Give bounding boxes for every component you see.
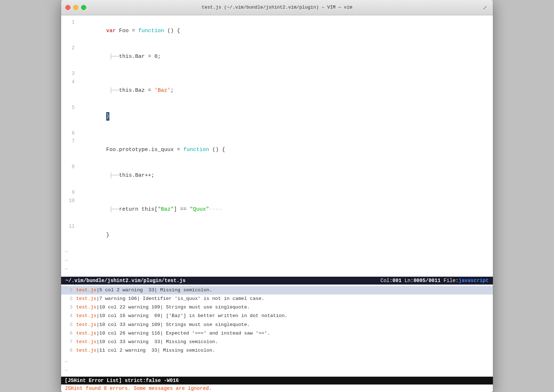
line-content-10: ├──return this["Baz"] == "Quux"····: [80, 197, 222, 222]
err-num-1: 1: [65, 286, 73, 294]
err-num-4: 4: [65, 312, 73, 320]
line-content-8: ├──this.Bar++;: [80, 163, 154, 189]
error-row-5[interactable]: 5 test.js|10 col 33 warning 109| Strings…: [61, 321, 493, 329]
line-content-7: Foo.prototype.is_quux = function () {: [80, 137, 225, 163]
line-number-10: 10: [65, 197, 75, 205]
tilde-2: ~: [61, 257, 493, 265]
line-content-1: var Foo = function () {: [80, 18, 180, 44]
err-file-7: test.js: [76, 338, 97, 346]
line-content-2: ├──this.Bar = 0;: [80, 44, 161, 70]
kw-func-2: function: [183, 147, 209, 153]
traffic-lights: [65, 5, 86, 10]
code-editor[interactable]: 1 var Foo = function () { 2 ├──this.Bar …: [61, 15, 493, 276]
line-number-11: 11: [65, 222, 75, 230]
file-label: File:: [444, 278, 459, 283]
col-label: Col:: [380, 278, 392, 283]
cmd-output-text: JSHint found 8 errors. Some messages are…: [65, 386, 212, 391]
err-file-4: test.js: [76, 312, 97, 320]
code-line-9: 9: [61, 189, 493, 196]
error-row-7[interactable]: 7 test.js|10 col 33 warning 33| Missing …: [61, 338, 493, 346]
err-msg-6: |10 col 26 warning 116| Expected '===' a…: [97, 330, 270, 337]
resize-icon[interactable]: ⤢: [483, 5, 489, 10]
err-file-2: test.js: [76, 295, 97, 303]
code-line-4: 4 ├──this.Baz = 'Baz';: [61, 78, 493, 104]
err-msg-8: |11 col 2 warning 33| Missing semicolon.: [97, 347, 215, 355]
code-line-2: 2 ├──this.Bar = 0;: [61, 44, 493, 70]
error-row-3[interactable]: 3 test.js|10 col 22 warning 109| Strings…: [61, 303, 493, 312]
maximize-button[interactable]: [81, 5, 86, 10]
close-button[interactable]: [65, 5, 70, 10]
tilde-1: ~: [61, 248, 493, 257]
bottom-tilde-2: ~: [65, 367, 489, 375]
err-msg-4: |10 col 16 warning 69| ['Baz'] is better…: [97, 312, 288, 320]
err-msg-1: |5 col 2 warning 33| Missing semicolon.: [97, 286, 212, 294]
line-number-2: 2: [65, 44, 75, 52]
err-file-3: test.js: [76, 303, 97, 311]
error-row-2[interactable]: 2 test.js|7 warning 106| Identifier 'is_…: [61, 295, 493, 303]
code-line-11: 11 }: [61, 222, 493, 248]
code-line-8: 8 ├──this.Bar++;: [61, 163, 493, 189]
error-row-8[interactable]: 8 test.js|11 col 2 warning 33| Missing s…: [61, 346, 493, 355]
line-content-4: ├──this.Baz = 'Baz';: [80, 78, 174, 104]
line-number-6: 6: [65, 129, 75, 137]
status-filepath: ~/.vim/bundle/jshint2.vim/plugin/test.js: [65, 278, 186, 283]
error-row-4[interactable]: 4 test.js|10 col 16 warning 69| ['Baz'] …: [61, 312, 493, 320]
err-num-5: 5: [65, 321, 73, 329]
line-number-9: 9: [65, 189, 75, 196]
code-line-6: 6: [61, 129, 493, 137]
err-num-2: 2: [65, 295, 73, 303]
status-position: Col:001 Ln:0005/0011 File:javascript: [380, 278, 489, 283]
error-row-6[interactable]: 6 test.js|10 col 26 warning 116| Expecte…: [61, 329, 493, 338]
vim-window: test.js (~/.vim/bundle/jshint2.vim/plugi…: [61, 0, 493, 392]
cursor: }: [106, 112, 109, 121]
ln-value: 0005/0011: [414, 278, 441, 283]
kw-func-1: function: [138, 28, 164, 34]
status-bar: ~/.vim/bundle/jshint2.vim/plugin/test.js…: [61, 277, 493, 285]
code-line-3: 3: [61, 70, 493, 77]
col-value: 001: [392, 278, 401, 283]
err-file-6: test.js: [76, 330, 97, 337]
ln-label: Ln:: [405, 278, 414, 283]
error-row-1[interactable]: 1 test.js|5 col 2 warning 33| Missing se…: [61, 286, 493, 295]
err-num-6: 6: [65, 330, 73, 337]
code-line-1: 1 var Foo = function () {: [61, 18, 493, 44]
line-number-5: 5: [65, 104, 75, 111]
err-msg-2: |7 warning 106| Identifier 'is_quux' is …: [97, 295, 264, 303]
line-number-7: 7: [65, 137, 75, 145]
cmd-output: JSHint found 8 errors. Some messages are…: [61, 385, 493, 392]
tilde-3: ~: [61, 265, 493, 274]
line-number-1: 1: [65, 18, 75, 26]
cmd-bar: [JSHint Error List] strict:false -W016: [61, 377, 493, 385]
err-num-3: 3: [65, 303, 73, 311]
file-type: javascript: [459, 278, 489, 283]
err-num-7: 7: [65, 338, 73, 346]
kw-var-1: var: [106, 28, 119, 34]
line-number-3: 3: [65, 70, 75, 77]
err-file-1: test.js: [76, 286, 97, 294]
line-content-11: }: [80, 222, 109, 248]
bottom-tilde-1: ~: [65, 358, 489, 367]
cmd-text: [JSHint Error List] strict:false -W016: [65, 378, 179, 383]
err-msg-5: |10 col 33 warning 109| Strings must use…: [97, 321, 250, 329]
err-file-8: test.js: [76, 347, 97, 355]
line-content-5: }: [80, 104, 109, 129]
code-line-7: 7 Foo.prototype.is_quux = function () {: [61, 137, 493, 163]
tilde-area-bottom: ~ ~: [61, 357, 493, 377]
err-file-5: test.js: [76, 321, 97, 329]
line-number-8: 8: [65, 163, 75, 171]
err-msg-7: |10 col 33 warning 33| Missing semicolon…: [97, 338, 218, 346]
window-title: test.js (~/.vim/bundle/jshint2.vim/plugi…: [202, 5, 352, 10]
code-line-10: 10 ├──return this["Baz"] == "Quux"····: [61, 197, 493, 222]
error-panel: 1 test.js|5 col 2 warning 33| Missing se…: [61, 285, 493, 357]
code-line-5: 5 }: [61, 104, 493, 129]
titlebar: test.js (~/.vim/bundle/jshint2.vim/plugi…: [61, 0, 493, 15]
minimize-button[interactable]: [73, 5, 78, 10]
err-msg-3: |10 col 22 warning 109| Strings must use…: [97, 303, 250, 311]
line-number-4: 4: [65, 78, 75, 86]
err-num-8: 8: [65, 347, 73, 355]
